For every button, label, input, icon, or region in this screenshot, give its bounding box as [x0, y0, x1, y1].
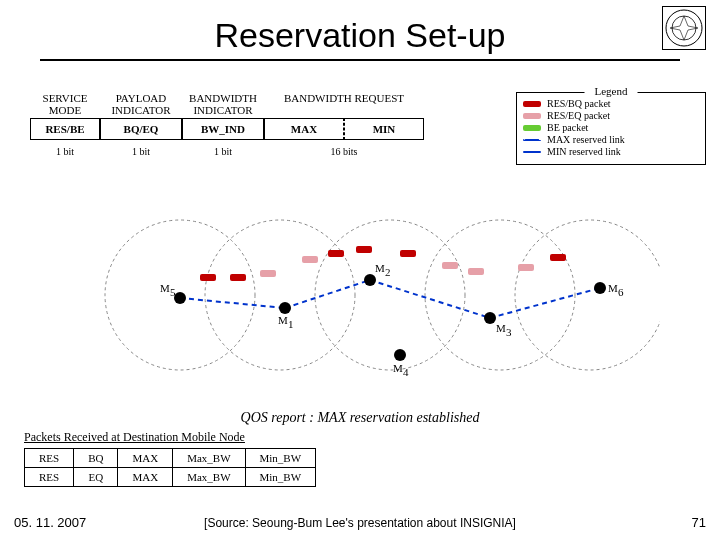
svg-line-8: [285, 280, 370, 308]
svg-line-9: [370, 280, 490, 318]
svg-rect-29: [230, 274, 246, 281]
table-cell: EQ: [74, 468, 118, 487]
packet-cell: MAX: [264, 118, 344, 140]
svg-line-10: [490, 288, 600, 318]
packet-cell: BQ/EQ: [100, 118, 182, 140]
svg-rect-34: [400, 250, 416, 257]
legend-swatch: [523, 125, 541, 131]
network-diagram: M 5 M 1 M 2 M 3 M 6 M 4: [60, 210, 660, 400]
svg-text:M: M: [393, 362, 403, 374]
packet-cell: MIN: [344, 118, 424, 140]
svg-point-5: [425, 220, 575, 370]
svg-rect-36: [468, 268, 484, 275]
footer-source: [Source: Seoung-Bum Lee's presentation a…: [0, 516, 720, 530]
legend-label: RES/BQ packet: [547, 98, 611, 109]
legend-swatch: [523, 101, 541, 107]
legend-label: BE packet: [547, 122, 588, 133]
table-cell: MAX: [118, 449, 173, 468]
svg-rect-28: [200, 274, 216, 281]
legend-label: RES/EQ packet: [547, 110, 610, 121]
qos-report-text: QOS report : MAX reservation established: [0, 410, 720, 426]
svg-text:1: 1: [288, 318, 294, 330]
svg-rect-37: [518, 264, 534, 271]
table-cell: Min_BW: [245, 449, 316, 468]
packet-cell: BW_IND: [182, 118, 264, 140]
legend-swatch: [523, 113, 541, 119]
table-cell: Min_BW: [245, 468, 316, 487]
packet-header: BANDWIDTH REQUEST: [264, 92, 424, 116]
table-cell: MAX: [118, 468, 173, 487]
svg-text:5: 5: [170, 286, 176, 298]
svg-rect-31: [302, 256, 318, 263]
legend-item: MIN reserved link: [523, 146, 699, 157]
table-cell: Max_BW: [173, 449, 245, 468]
svg-point-1: [672, 16, 696, 40]
institution-logo: [662, 6, 706, 50]
legend-label: MAX reserved link: [547, 134, 625, 145]
svg-text:2: 2: [385, 266, 391, 278]
slide-title: Reservation Set-up: [40, 0, 680, 61]
svg-text:3: 3: [506, 326, 512, 338]
svg-point-25: [394, 349, 406, 361]
packet-header: SERVICE MODE: [30, 92, 100, 116]
table-cell: RES: [25, 449, 74, 468]
svg-point-16: [364, 274, 376, 286]
svg-rect-33: [356, 246, 372, 253]
table-cell: RES: [25, 468, 74, 487]
svg-rect-38: [550, 254, 566, 261]
svg-rect-30: [260, 270, 276, 277]
svg-rect-35: [442, 262, 458, 269]
svg-line-7: [180, 298, 285, 308]
svg-text:4: 4: [403, 366, 409, 378]
svg-point-22: [594, 282, 606, 294]
svg-text:6: 6: [618, 286, 624, 298]
legend-item: RES/EQ packet: [523, 110, 699, 121]
packet-bits: 1 bit: [100, 146, 182, 157]
table-row: RES EQ MAX Max_BW Min_BW: [25, 468, 316, 487]
table-cell: BQ: [74, 449, 118, 468]
svg-point-6: [515, 220, 660, 370]
packet-bits: 16 bits: [264, 146, 424, 157]
table-row: RES BQ MAX Max_BW Min_BW: [25, 449, 316, 468]
svg-text:M: M: [375, 262, 385, 274]
svg-point-11: [174, 292, 186, 304]
packet-header: PAYLOAD INDICATOR: [100, 92, 182, 116]
packet-value-row: RES/BE BQ/EQ BW_IND MAX MIN: [30, 118, 424, 140]
svg-point-19: [484, 312, 496, 324]
legend-box: Legend RES/BQ packet RES/EQ packet BE pa…: [516, 92, 706, 165]
legend-swatch: [523, 151, 541, 153]
packet-bit-row: 1 bit 1 bit 1 bit 16 bits: [30, 146, 424, 157]
packet-cell: RES/BE: [30, 118, 100, 140]
packet-header-row: SERVICE MODE PAYLOAD INDICATOR BANDWIDTH…: [30, 92, 424, 116]
svg-text:M: M: [496, 322, 506, 334]
received-table: RES BQ MAX Max_BW Min_BW RES EQ MAX Max_…: [24, 448, 316, 487]
page-number: 71: [692, 515, 706, 530]
svg-text:M: M: [278, 314, 288, 326]
svg-point-4: [315, 220, 465, 370]
legend-item: RES/BQ packet: [523, 98, 699, 109]
svg-text:M: M: [608, 282, 618, 294]
packet-bits: 1 bit: [182, 146, 264, 157]
legend-title: Legend: [585, 85, 638, 97]
packet-header: BANDWIDTH INDICATOR: [182, 92, 264, 116]
packet-structure: SERVICE MODE PAYLOAD INDICATOR BANDWIDTH…: [30, 92, 424, 157]
svg-rect-32: [328, 250, 344, 257]
received-table-title: Packets Received at Destination Mobile N…: [24, 430, 245, 445]
table-cell: Max_BW: [173, 468, 245, 487]
node-label: M: [160, 282, 170, 294]
legend-item: MAX reserved link: [523, 134, 699, 145]
packet-bits: 1 bit: [30, 146, 100, 157]
legend-label: MIN reserved link: [547, 146, 621, 157]
legend-item: BE packet: [523, 122, 699, 133]
svg-point-13: [279, 302, 291, 314]
svg-point-3: [205, 220, 355, 370]
legend-swatch: [523, 139, 541, 141]
